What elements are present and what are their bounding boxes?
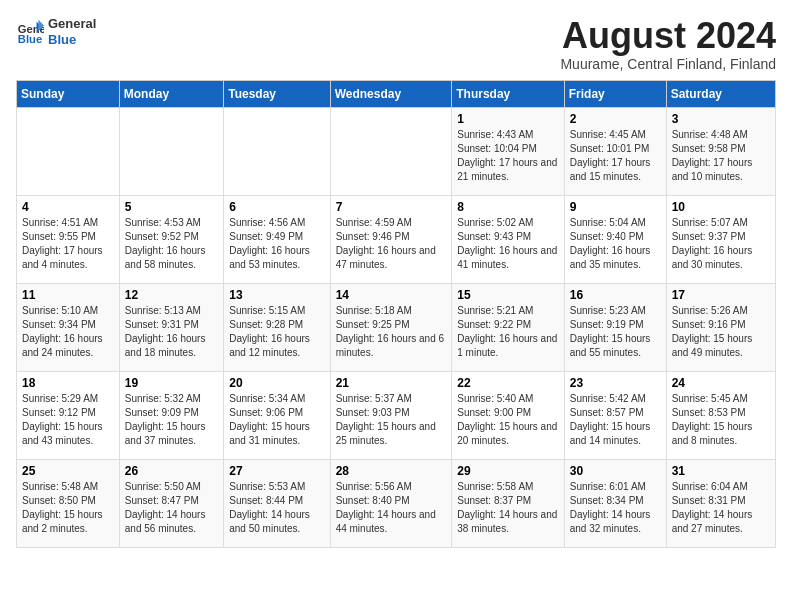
day-number: 19 bbox=[125, 376, 218, 390]
calendar-cell: 25Sunrise: 5:48 AM Sunset: 8:50 PM Dayli… bbox=[17, 459, 120, 547]
cell-content: Sunrise: 5:53 AM Sunset: 8:44 PM Dayligh… bbox=[229, 480, 324, 536]
day-number: 21 bbox=[336, 376, 447, 390]
svg-text:Blue: Blue bbox=[18, 33, 42, 45]
calendar-cell: 18Sunrise: 5:29 AM Sunset: 9:12 PM Dayli… bbox=[17, 371, 120, 459]
cell-content: Sunrise: 5:02 AM Sunset: 9:43 PM Dayligh… bbox=[457, 216, 559, 272]
cell-content: Sunrise: 4:43 AM Sunset: 10:04 PM Daylig… bbox=[457, 128, 559, 184]
day-number: 28 bbox=[336, 464, 447, 478]
cell-content: Sunrise: 5:21 AM Sunset: 9:22 PM Dayligh… bbox=[457, 304, 559, 360]
calendar-cell bbox=[330, 107, 452, 195]
cell-content: Sunrise: 5:37 AM Sunset: 9:03 PM Dayligh… bbox=[336, 392, 447, 448]
cell-content: Sunrise: 5:13 AM Sunset: 9:31 PM Dayligh… bbox=[125, 304, 218, 360]
cell-content: Sunrise: 5:23 AM Sunset: 9:19 PM Dayligh… bbox=[570, 304, 661, 360]
day-number: 10 bbox=[672, 200, 770, 214]
day-number: 27 bbox=[229, 464, 324, 478]
day-number: 14 bbox=[336, 288, 447, 302]
calendar-cell: 26Sunrise: 5:50 AM Sunset: 8:47 PM Dayli… bbox=[119, 459, 223, 547]
calendar-cell: 24Sunrise: 5:45 AM Sunset: 8:53 PM Dayli… bbox=[666, 371, 775, 459]
cell-content: Sunrise: 5:15 AM Sunset: 9:28 PM Dayligh… bbox=[229, 304, 324, 360]
calendar-week-5: 25Sunrise: 5:48 AM Sunset: 8:50 PM Dayli… bbox=[17, 459, 776, 547]
day-number: 15 bbox=[457, 288, 559, 302]
calendar-cell: 16Sunrise: 5:23 AM Sunset: 9:19 PM Dayli… bbox=[564, 283, 666, 371]
calendar-cell: 13Sunrise: 5:15 AM Sunset: 9:28 PM Dayli… bbox=[224, 283, 330, 371]
calendar-cell: 10Sunrise: 5:07 AM Sunset: 9:37 PM Dayli… bbox=[666, 195, 775, 283]
cell-content: Sunrise: 5:42 AM Sunset: 8:57 PM Dayligh… bbox=[570, 392, 661, 448]
calendar-week-2: 4Sunrise: 4:51 AM Sunset: 9:55 PM Daylig… bbox=[17, 195, 776, 283]
logo: General Blue General Blue bbox=[16, 16, 96, 47]
day-number: 24 bbox=[672, 376, 770, 390]
cell-content: Sunrise: 5:10 AM Sunset: 9:34 PM Dayligh… bbox=[22, 304, 114, 360]
calendar-cell: 6Sunrise: 4:56 AM Sunset: 9:49 PM Daylig… bbox=[224, 195, 330, 283]
cell-content: Sunrise: 5:26 AM Sunset: 9:16 PM Dayligh… bbox=[672, 304, 770, 360]
page-subtitle: Muurame, Central Finland, Finland bbox=[560, 56, 776, 72]
day-number: 23 bbox=[570, 376, 661, 390]
day-number: 11 bbox=[22, 288, 114, 302]
logo-text-container: General Blue bbox=[48, 16, 96, 47]
cell-content: Sunrise: 5:40 AM Sunset: 9:00 PM Dayligh… bbox=[457, 392, 559, 448]
header-saturday: Saturday bbox=[666, 80, 775, 107]
cell-content: Sunrise: 5:04 AM Sunset: 9:40 PM Dayligh… bbox=[570, 216, 661, 272]
calendar-cell: 5Sunrise: 4:53 AM Sunset: 9:52 PM Daylig… bbox=[119, 195, 223, 283]
header-wednesday: Wednesday bbox=[330, 80, 452, 107]
calendar-cell: 21Sunrise: 5:37 AM Sunset: 9:03 PM Dayli… bbox=[330, 371, 452, 459]
calendar-cell bbox=[17, 107, 120, 195]
day-number: 8 bbox=[457, 200, 559, 214]
cell-content: Sunrise: 5:34 AM Sunset: 9:06 PM Dayligh… bbox=[229, 392, 324, 448]
calendar-cell bbox=[119, 107, 223, 195]
calendar-cell: 28Sunrise: 5:56 AM Sunset: 8:40 PM Dayli… bbox=[330, 459, 452, 547]
day-number: 25 bbox=[22, 464, 114, 478]
calendar-week-1: 1Sunrise: 4:43 AM Sunset: 10:04 PM Dayli… bbox=[17, 107, 776, 195]
calendar-week-4: 18Sunrise: 5:29 AM Sunset: 9:12 PM Dayli… bbox=[17, 371, 776, 459]
header-monday: Monday bbox=[119, 80, 223, 107]
cell-content: Sunrise: 4:51 AM Sunset: 9:55 PM Dayligh… bbox=[22, 216, 114, 272]
calendar-cell: 29Sunrise: 5:58 AM Sunset: 8:37 PM Dayli… bbox=[452, 459, 565, 547]
calendar-cell: 8Sunrise: 5:02 AM Sunset: 9:43 PM Daylig… bbox=[452, 195, 565, 283]
calendar-table: SundayMondayTuesdayWednesdayThursdayFrid… bbox=[16, 80, 776, 548]
calendar-cell: 15Sunrise: 5:21 AM Sunset: 9:22 PM Dayli… bbox=[452, 283, 565, 371]
page-header: General Blue General Blue August 2024 Mu… bbox=[16, 16, 776, 72]
calendar-cell: 20Sunrise: 5:34 AM Sunset: 9:06 PM Dayli… bbox=[224, 371, 330, 459]
day-number: 6 bbox=[229, 200, 324, 214]
day-number: 9 bbox=[570, 200, 661, 214]
day-number: 20 bbox=[229, 376, 324, 390]
cell-content: Sunrise: 5:29 AM Sunset: 9:12 PM Dayligh… bbox=[22, 392, 114, 448]
calendar-cell: 9Sunrise: 5:04 AM Sunset: 9:40 PM Daylig… bbox=[564, 195, 666, 283]
day-number: 5 bbox=[125, 200, 218, 214]
day-number: 18 bbox=[22, 376, 114, 390]
calendar-cell: 30Sunrise: 6:01 AM Sunset: 8:34 PM Dayli… bbox=[564, 459, 666, 547]
cell-content: Sunrise: 4:48 AM Sunset: 9:58 PM Dayligh… bbox=[672, 128, 770, 184]
cell-content: Sunrise: 6:01 AM Sunset: 8:34 PM Dayligh… bbox=[570, 480, 661, 536]
page-title: August 2024 bbox=[560, 16, 776, 56]
cell-content: Sunrise: 5:18 AM Sunset: 9:25 PM Dayligh… bbox=[336, 304, 447, 360]
cell-content: Sunrise: 4:59 AM Sunset: 9:46 PM Dayligh… bbox=[336, 216, 447, 272]
day-number: 3 bbox=[672, 112, 770, 126]
header-friday: Friday bbox=[564, 80, 666, 107]
calendar-cell: 7Sunrise: 4:59 AM Sunset: 9:46 PM Daylig… bbox=[330, 195, 452, 283]
cell-content: Sunrise: 5:45 AM Sunset: 8:53 PM Dayligh… bbox=[672, 392, 770, 448]
header-tuesday: Tuesday bbox=[224, 80, 330, 107]
calendar-cell: 12Sunrise: 5:13 AM Sunset: 9:31 PM Dayli… bbox=[119, 283, 223, 371]
cell-content: Sunrise: 5:56 AM Sunset: 8:40 PM Dayligh… bbox=[336, 480, 447, 536]
day-number: 7 bbox=[336, 200, 447, 214]
calendar-cell: 27Sunrise: 5:53 AM Sunset: 8:44 PM Dayli… bbox=[224, 459, 330, 547]
day-number: 29 bbox=[457, 464, 559, 478]
cell-content: Sunrise: 6:04 AM Sunset: 8:31 PM Dayligh… bbox=[672, 480, 770, 536]
day-number: 31 bbox=[672, 464, 770, 478]
cell-content: Sunrise: 4:53 AM Sunset: 9:52 PM Dayligh… bbox=[125, 216, 218, 272]
header-sunday: Sunday bbox=[17, 80, 120, 107]
logo-general: General bbox=[48, 16, 96, 32]
logo-icon: General Blue bbox=[16, 18, 44, 46]
title-area: August 2024 Muurame, Central Finland, Fi… bbox=[560, 16, 776, 72]
day-number: 26 bbox=[125, 464, 218, 478]
calendar-cell: 31Sunrise: 6:04 AM Sunset: 8:31 PM Dayli… bbox=[666, 459, 775, 547]
day-number: 22 bbox=[457, 376, 559, 390]
logo-blue: Blue bbox=[48, 32, 96, 48]
day-number: 2 bbox=[570, 112, 661, 126]
cell-content: Sunrise: 5:07 AM Sunset: 9:37 PM Dayligh… bbox=[672, 216, 770, 272]
calendar-cell: 23Sunrise: 5:42 AM Sunset: 8:57 PM Dayli… bbox=[564, 371, 666, 459]
cell-content: Sunrise: 5:32 AM Sunset: 9:09 PM Dayligh… bbox=[125, 392, 218, 448]
calendar-body: 1Sunrise: 4:43 AM Sunset: 10:04 PM Dayli… bbox=[17, 107, 776, 547]
calendar-cell: 2Sunrise: 4:45 AM Sunset: 10:01 PM Dayli… bbox=[564, 107, 666, 195]
day-number: 30 bbox=[570, 464, 661, 478]
calendar-cell: 22Sunrise: 5:40 AM Sunset: 9:00 PM Dayli… bbox=[452, 371, 565, 459]
